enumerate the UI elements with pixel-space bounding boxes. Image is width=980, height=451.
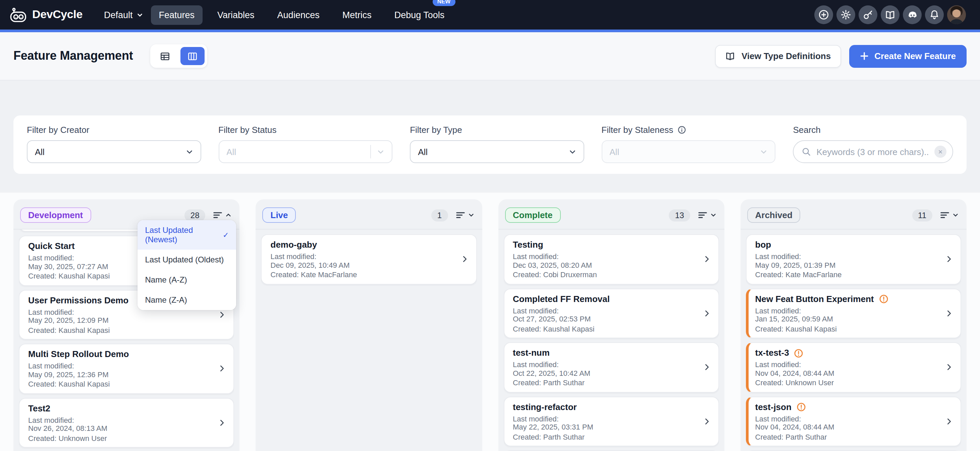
clear-search-icon[interactable]: × — [934, 146, 947, 158]
created-by: Created: Kate MacFarlane — [755, 271, 941, 279]
created-by: Created: Kaushal Kapasi — [513, 325, 698, 333]
filter-status: Filter by Status All — [218, 125, 392, 163]
feature-card-title: Quick Start — [28, 241, 75, 252]
last-modified-date: May 20, 2025, 12:09 PM — [28, 316, 214, 325]
last-modified-date: Dec 09, 2025, 10:49 AM — [270, 261, 456, 269]
nav-item-features[interactable]: Features — [151, 5, 202, 24]
filters-panel: Filter by Creator All Filter by Status A… — [13, 115, 967, 174]
last-modified-label: Last modified: — [513, 252, 698, 261]
discord-icon[interactable] — [903, 5, 922, 24]
feature-card-title: testing-refactor — [513, 402, 577, 413]
feature-card[interactable]: demo-gabyLast modified:Dec 09, 2025, 10:… — [261, 234, 477, 284]
sort-option-name-a-z[interactable]: Name (A-Z) — [138, 270, 237, 290]
sort-option-label: Name (A-Z) — [145, 275, 187, 285]
bell-icon[interactable] — [925, 5, 944, 24]
sort-button[interactable] — [212, 209, 233, 222]
nav-item-metrics[interactable]: Metrics — [334, 5, 380, 24]
view-type-definitions-button[interactable]: View Type Definitions — [715, 45, 841, 67]
chevron-right-icon — [945, 363, 953, 371]
table-view-button[interactable] — [153, 47, 177, 65]
feature-card[interactable]: bopLast modified:May 09, 2025, 01:39 PMC… — [746, 234, 962, 284]
filter-creator-select[interactable]: All — [27, 140, 201, 163]
filter-staleness-select[interactable]: All — [601, 140, 775, 163]
feature-card[interactable]: Test2Last modified:Nov 26, 2024, 08:13 A… — [19, 398, 234, 448]
user-avatar[interactable] — [947, 5, 966, 24]
feature-card[interactable]: test-numLast modified:Oct 22, 2025, 10:4… — [503, 342, 719, 392]
feature-card-title-row: test-json — [755, 402, 941, 413]
filter-status-select[interactable]: All — [218, 140, 392, 163]
nav-item-variables[interactable]: Variables — [209, 5, 262, 24]
chevron-down-icon — [953, 212, 959, 218]
last-modified-date: Jan 15, 2025, 09:59 AM — [755, 315, 941, 323]
book-icon[interactable] — [881, 5, 899, 24]
last-modified-date: Nov 26, 2024, 08:13 AM — [28, 424, 214, 433]
feature-card[interactable]: Multi Step Rollout DemoLast modified:May… — [19, 344, 234, 394]
feature-card[interactable]: New Feat Button ExperimentLast modified:… — [746, 288, 962, 338]
feature-card-title: bop — [755, 240, 772, 250]
project-selector-label: Default — [104, 10, 133, 20]
view-toggle — [151, 44, 208, 68]
key-icon[interactable] — [859, 5, 877, 24]
plus-circle-icon[interactable] — [814, 5, 833, 24]
board-column-complete: Complete13TestingLast modified:Dec 03, 2… — [498, 199, 724, 451]
gear-icon[interactable] — [837, 5, 855, 24]
feature-card-title: Completed FF Removal — [513, 293, 610, 304]
feature-card[interactable]: Completed FF RemovalLast modified:Oct 27… — [503, 288, 719, 338]
sort-option-last-updated-oldest[interactable]: Last Updated (Oldest) — [138, 250, 237, 270]
nav-item-debug-tools[interactable]: Debug ToolsNEW — [387, 5, 453, 24]
stale-warning-icon — [794, 348, 804, 358]
status-badge: Development — [20, 207, 91, 223]
column-header: Complete13 — [503, 205, 719, 229]
created-by: Created: Parth Suthar — [513, 433, 698, 441]
last-modified-label: Last modified: — [28, 416, 214, 424]
board-column-development: Development28Last modified:Created: Unkn… — [13, 199, 240, 451]
kanban-view-button[interactable] — [181, 47, 205, 65]
filter-staleness-label-text: Filter by Staleness — [601, 125, 673, 135]
filter-staleness: Filter by Staleness All — [601, 125, 775, 163]
created-by: Created: Kate MacFarlane — [270, 271, 456, 279]
filter-creator: Filter by Creator All — [27, 125, 201, 163]
sort-button[interactable] — [696, 209, 718, 222]
feature-card-title: demo-gaby — [270, 240, 317, 250]
created-by: Created: Parth Suthar — [755, 433, 941, 441]
filter-type-value: All — [418, 147, 428, 157]
feature-card-title-row: demo-gaby — [270, 240, 456, 250]
board-column-live: Live1demo-gabyLast modified:Dec 09, 2025… — [256, 199, 482, 451]
chevron-right-icon — [218, 311, 226, 319]
sort-button[interactable] — [454, 209, 475, 222]
search-input[interactable] — [816, 147, 929, 157]
create-new-feature-button[interactable]: Create New Feature — [849, 45, 967, 67]
sort-option-last-updated-newest[interactable]: Last Updated (Newest)✓ — [138, 220, 237, 250]
last-modified-label: Last modified: — [513, 360, 698, 369]
page-title: Feature Management — [13, 49, 133, 63]
feature-card[interactable]: TestingLast modified:Dec 03, 2025, 08:20… — [503, 234, 719, 284]
filter-creator-value: All — [35, 147, 45, 157]
book-icon — [725, 51, 735, 61]
nav-menu: FeaturesVariablesAudiencesMetricsDebug T… — [151, 5, 452, 24]
feature-card-title-row: test-num — [513, 347, 698, 359]
project-selector[interactable]: Default — [96, 5, 151, 24]
create-new-feature-label: Create New Feature — [874, 51, 956, 61]
chevron-right-icon — [460, 255, 469, 263]
column-header: Live1 — [261, 205, 477, 229]
filter-type-select[interactable]: All — [410, 140, 584, 163]
sort-option-name-z-a[interactable]: Name (Z-A) — [138, 290, 237, 310]
column-card-list: bopLast modified:May 09, 2025, 01:39 PMC… — [746, 229, 962, 451]
info-icon[interactable] — [677, 126, 686, 134]
feature-card[interactable]: testing-refactorLast modified:May 22, 20… — [503, 396, 719, 446]
nav-item-audiences[interactable]: Audiences — [269, 5, 328, 24]
column-card-list: TestingLast modified:Dec 03, 2025, 08:20… — [503, 229, 719, 451]
filters-zone: Filter by Creator All Filter by Status A… — [0, 81, 980, 193]
chevron-right-icon — [945, 418, 953, 426]
stale-warning-icon — [878, 294, 888, 304]
feature-card[interactable]: tx-test-3Last modified:Nov 04, 2024, 08:… — [746, 342, 962, 392]
new-badge: NEW — [433, 0, 455, 6]
brand-name: DevCycle — [32, 8, 83, 21]
feature-card[interactable]: test-jsonLast modified:Nov 04, 2024, 08:… — [746, 396, 962, 446]
feature-card-title: User Permissions Demo — [28, 295, 129, 306]
filter-type: Filter by Type All — [410, 125, 584, 163]
search-field: × — [793, 140, 953, 163]
devcycle-robot-icon — [10, 7, 27, 22]
devcycle-logo[interactable]: DevCycle — [10, 7, 83, 22]
sort-button[interactable] — [939, 209, 960, 222]
